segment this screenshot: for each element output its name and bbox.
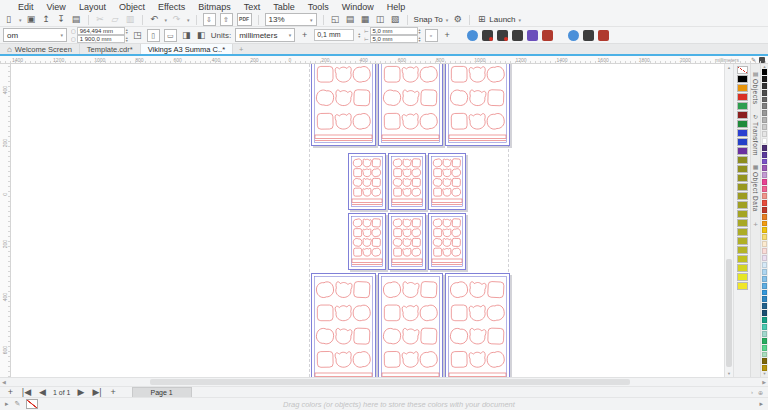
color-swatch[interactable]	[762, 262, 767, 268]
scroll-up-icon[interactable]: ▲	[727, 65, 731, 70]
color-swatch[interactable]	[762, 269, 767, 275]
page-preset-select[interactable]: om ▾	[3, 28, 67, 42]
plugin-save-red-button[interactable]	[542, 30, 553, 41]
color-swatch[interactable]	[737, 147, 748, 155]
menu-edit[interactable]: Edit	[18, 2, 34, 12]
color-swatch[interactable]	[737, 84, 748, 92]
plugin-globe-button[interactable]	[467, 30, 478, 41]
color-swatch[interactable]	[762, 172, 767, 178]
previous-page-icon[interactable]: ◀	[37, 387, 48, 398]
color-swatch[interactable]	[762, 200, 767, 206]
new-document-icon[interactable]: ▯	[3, 14, 14, 25]
color-swatch[interactable]	[737, 120, 748, 128]
customize-plus-icon[interactable]: +	[442, 30, 453, 41]
horizontal-ruler[interactable]: 1400120010008006004002000200400600800100…	[0, 56, 768, 64]
color-swatch[interactable]	[737, 255, 748, 263]
color-swatch[interactable]	[762, 186, 767, 192]
color-swatch[interactable]	[762, 276, 767, 282]
horizontal-scrollbar[interactable]: ◀ ▶	[0, 377, 768, 386]
color-swatch[interactable]	[737, 264, 748, 272]
cut-sheet[interactable]	[311, 64, 376, 146]
color-swatch[interactable]	[737, 228, 748, 236]
color-swatch[interactable]	[762, 159, 767, 165]
color-swatch[interactable]	[762, 255, 767, 261]
color-swatch[interactable]	[737, 165, 748, 173]
color-swatch[interactable]	[762, 283, 767, 289]
color-swatch[interactable]	[762, 338, 767, 344]
color-swatch[interactable]	[762, 145, 767, 151]
color-swatch[interactable]	[737, 66, 748, 74]
color-swatch[interactable]	[737, 156, 748, 164]
color-swatch[interactable]	[762, 234, 767, 240]
color-swatch[interactable]	[762, 97, 767, 103]
color-swatch[interactable]	[737, 201, 748, 209]
palette-options-icon[interactable]	[759, 57, 765, 63]
plugin-barcode-red-button[interactable]	[482, 30, 493, 41]
color-swatch[interactable]	[737, 174, 748, 182]
scroll-right-icon[interactable]: ▶	[762, 379, 766, 385]
first-page-icon[interactable]: |◀	[21, 387, 32, 398]
docker-tab-transform[interactable]: ↻Transform	[752, 113, 759, 156]
cut-sheet[interactable]	[428, 213, 466, 270]
plugin-barcode-3-button[interactable]	[583, 30, 594, 41]
cut-sheet[interactable]	[445, 64, 510, 146]
cut-sheet[interactable]	[428, 153, 466, 210]
undo-icon[interactable]: ↶	[149, 14, 160, 25]
tab-template[interactable]: Template.cdr*	[80, 44, 141, 54]
scroll-left-icon[interactable]: ◀	[2, 379, 6, 385]
color-swatch[interactable]	[737, 138, 748, 146]
cloud-upload-icon[interactable]: ↥	[41, 14, 52, 25]
color-swatch[interactable]	[762, 310, 767, 316]
menu-object[interactable]: Object	[119, 2, 145, 12]
landscape-button[interactable]: ▭	[164, 29, 177, 42]
color-swatch[interactable]	[762, 324, 767, 330]
portrait-button[interactable]: ▯	[147, 29, 160, 42]
color-swatch[interactable]	[762, 317, 767, 323]
color-swatch[interactable]	[737, 246, 748, 254]
menu-bitmaps[interactable]: Bitmaps	[198, 2, 231, 12]
color-swatch[interactable]	[762, 331, 767, 337]
cut-sheet[interactable]	[378, 64, 443, 146]
color-swatch[interactable]	[762, 345, 767, 351]
color-swatch[interactable]	[762, 352, 767, 358]
color-swatch[interactable]	[737, 237, 748, 245]
color-swatch[interactable]	[762, 248, 767, 254]
add-page-after-icon[interactable]: +	[108, 387, 119, 398]
docker-tab-objects[interactable]: ▤Objects	[752, 70, 759, 105]
cut-sheet[interactable]	[348, 153, 386, 210]
plugin-barcode-button[interactable]	[512, 30, 523, 41]
duplicate-y-spinner[interactable]: ▴▾	[419, 36, 421, 42]
duplicate-x-spinner[interactable]: ▴▾	[419, 28, 421, 34]
color-swatch[interactable]	[762, 290, 767, 296]
edit-pencil-icon[interactable]: ✎	[751, 56, 756, 63]
plugin-barcode-red-2-button[interactable]	[497, 30, 508, 41]
current-page-icon[interactable]: ◨	[181, 30, 192, 41]
zoom-corner-icon[interactable]: ⊕	[758, 389, 763, 396]
color-swatch[interactable]	[737, 75, 748, 83]
nudge-input[interactable]: 0,1 mm	[314, 29, 354, 41]
new-tab-button[interactable]: +	[233, 44, 249, 54]
tab-vikings[interactable]: Vikings A3 Summa C..*	[141, 44, 233, 54]
menu-tools[interactable]: Tools	[308, 2, 329, 12]
palette-scroll-down-icon[interactable]: ▼	[761, 372, 768, 376]
page-height-input[interactable]: 1 900,0 mm	[77, 35, 125, 43]
save-icon[interactable]: ▣	[26, 14, 37, 25]
menu-text[interactable]: Text	[244, 2, 261, 12]
color-swatch[interactable]	[762, 152, 767, 158]
export-icon[interactable]: ⇧	[220, 13, 233, 26]
next-page-icon[interactable]: ▶	[76, 387, 87, 398]
color-swatch[interactable]	[762, 165, 767, 171]
snap-to-dropdown[interactable]: Snap To▾	[414, 15, 449, 24]
color-swatch[interactable]	[762, 241, 767, 247]
height-spinner[interactable]: ▴▾	[126, 36, 128, 42]
publish-pdf-icon[interactable]: PDF	[237, 13, 252, 26]
all-pages-icon[interactable]: ◧	[196, 30, 207, 41]
color-swatch[interactable]	[762, 207, 767, 213]
vertical-scrollbar[interactable]: ▲ ▼	[724, 64, 733, 377]
print-icon[interactable]: ▤	[71, 14, 82, 25]
color-swatch[interactable]	[737, 219, 748, 227]
menu-window[interactable]: Window	[342, 2, 374, 12]
color-swatch[interactable]	[737, 210, 748, 218]
cut-sheet[interactable]	[388, 213, 426, 270]
cut-sheet[interactable]	[348, 213, 386, 270]
